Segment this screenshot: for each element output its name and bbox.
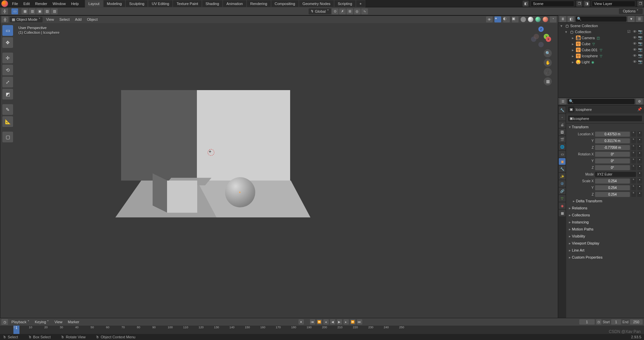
tool-move[interactable]: ✢ (2, 53, 13, 63)
render-icon[interactable]: 📷 (638, 42, 643, 46)
eye-icon[interactable]: 👁 (632, 54, 637, 58)
render-icon[interactable]: 📷 (638, 36, 643, 40)
nav-zoom-icon[interactable]: 🔍 (544, 49, 552, 57)
pivot-icon[interactable]: ⊙ (332, 8, 338, 14)
outliner-collection[interactable]: ▾▢Collection ☑👁📷 (558, 29, 644, 35)
nav-perspective-icon[interactable]: ▦ (544, 77, 552, 85)
scene-browse-icon[interactable]: ◧ (523, 1, 529, 7)
render-menu[interactable]: Render (33, 0, 50, 7)
snap-inc-icon[interactable]: ▨ (51, 8, 58, 14)
eye-icon[interactable]: 👁 (632, 29, 637, 34)
orientation-dropdown[interactable]: ↯ Global ˅ (309, 8, 331, 14)
workspace-tab-rendering[interactable]: Rendering (247, 0, 271, 7)
workspace-tab-texture-paint[interactable]: Texture Paint (173, 0, 202, 7)
timeline-ruler[interactable]: 1 01020304050607080901001101201301401501… (0, 326, 644, 334)
help-menu[interactable]: Help (68, 0, 82, 7)
section-relations[interactable]: Relations (566, 205, 644, 212)
snap-vertex-icon[interactable]: ▦ (21, 8, 28, 14)
outliner-search-input[interactable]: 🔍 (576, 16, 627, 22)
playback-menu[interactable]: Playback ˅ (9, 319, 32, 325)
edit-menu[interactable]: Edit (21, 0, 33, 7)
start-frame-field[interactable]: 1 (611, 319, 621, 325)
workspace-tab-modeling[interactable]: Modeling (103, 0, 126, 7)
snap-toggle-icon[interactable]: ✗ (339, 8, 346, 14)
tool-cursor[interactable]: ✥ (2, 37, 13, 48)
ptab-modifier[interactable]: 🔧 (559, 165, 566, 172)
viewlayer-browse-icon[interactable]: ◨ (584, 1, 590, 7)
scene-name-field[interactable]: Scene (531, 1, 574, 7)
section-delta-transform[interactable]: Delta Transform (566, 198, 644, 205)
nav-camera-icon[interactable]: 🎥 (544, 68, 552, 76)
rotation-z-field[interactable]: 0° (595, 165, 630, 170)
keyframe-prev-icon[interactable]: ⏪ (317, 319, 322, 325)
file-menu[interactable]: File (9, 0, 21, 7)
outliner-panel[interactable]: ▾▢Scene Collection ▾▢Collection ☑👁📷 ▸🎥Ca… (558, 23, 644, 98)
outliner-filter-icon[interactable]: ▼ (628, 16, 635, 22)
jump-end-icon[interactable]: ⏭ (357, 319, 362, 325)
outliner-item-cube-001[interactable]: ▸▽Cube.001▽👁📷 (558, 47, 644, 53)
outliner-editor-icon[interactable]: ≣ (559, 16, 566, 22)
workspace-tab-geometry-nodes[interactable]: Geometry Nodes (299, 0, 334, 7)
window-menu[interactable]: Window (50, 0, 68, 7)
interaction-mode-dropdown[interactable]: ▦ Object Mode ˅ (10, 17, 43, 22)
rotation-y-field[interactable]: 0° (595, 158, 630, 163)
scale-y-field[interactable]: 0.254 (595, 185, 630, 190)
xray-toggle-icon[interactable]: ▣ (512, 16, 519, 22)
tool-transform[interactable]: ◩ (2, 89, 13, 99)
scale-x-field[interactable]: 0.254 (595, 179, 630, 184)
ptab-render[interactable]: ▫ (559, 114, 566, 121)
rotation-mode-dropdown[interactable]: XYZ Euler (595, 172, 636, 177)
ptab-world[interactable]: 🌐 (559, 143, 566, 150)
properties-editor-icon[interactable]: ☰ (559, 98, 566, 105)
render-icon[interactable]: 📷 (638, 60, 643, 64)
overlay-toggle-icon[interactable]: ◐ (503, 16, 510, 22)
section-collections[interactable]: Collections (566, 212, 644, 219)
editor-type-icon[interactable]: ╬ (2, 16, 8, 22)
section-viewport-display[interactable]: Viewport Display (566, 240, 644, 247)
ptab-material[interactable]: ◉ (559, 202, 566, 209)
ptab-texture[interactable]: ▦ (559, 210, 566, 216)
eye-icon[interactable]: 👁 (632, 60, 637, 64)
current-frame-field[interactable]: 1 (579, 319, 595, 325)
tool-rotate[interactable]: ⟲ (2, 65, 13, 75)
ptab-scene[interactable]: 🎬 (559, 136, 566, 143)
workspace-tab-uv-editing[interactable]: UV Editing (148, 0, 173, 7)
location-x-field[interactable]: 0.43753 m (595, 132, 630, 137)
render-icon[interactable]: 📷 (638, 29, 643, 34)
options-dropdown[interactable]: Options ˅ (619, 8, 643, 14)
workspace-tab-scripting[interactable]: Scripting (334, 0, 356, 7)
ptab-constraints[interactable]: 🔗 (559, 188, 566, 194)
tool-annotate[interactable]: ✎ (2, 104, 13, 115)
snap-edge-icon[interactable]: ▥ (29, 8, 36, 14)
section-instancing[interactable]: Instancing (566, 219, 644, 226)
shading-rendered-icon[interactable] (543, 17, 548, 22)
outliner-item-cube[interactable]: ▸▽Cube▽👁📷 (558, 41, 644, 47)
nav-pan-icon[interactable]: ✋ (544, 59, 552, 67)
workspace-tab-sculpting[interactable]: Sculpting (125, 0, 148, 7)
editor-splitter-icon[interactable]: ╬ (1, 8, 8, 14)
view-menu[interactable]: View (44, 17, 56, 22)
tool-select-box[interactable]: ▭ (2, 25, 13, 36)
ptab-output[interactable]: 🖨 (559, 121, 566, 128)
ptab-viewlayer[interactable]: 🖼 (559, 129, 566, 135)
shading-options-icon[interactable]: ˅ (550, 16, 556, 22)
select-tool-icon[interactable]: ▭ (11, 8, 18, 14)
exclude-icon[interactable]: ☑ (627, 29, 631, 34)
scale-z-field[interactable]: 0.254 (595, 192, 630, 197)
add-workspace-button[interactable]: + (356, 0, 365, 7)
marker-menu[interactable]: Marker (66, 319, 81, 325)
eye-icon[interactable]: 👁 (632, 42, 637, 46)
outliner-scene-collection[interactable]: ▾▢Scene Collection (558, 23, 644, 29)
add-menu[interactable]: Add (73, 17, 84, 22)
autokey-icon[interactable]: ● (299, 319, 304, 325)
select-menu[interactable]: Select (57, 17, 72, 22)
pin-icon[interactable]: 📌 (637, 107, 642, 112)
preview-range-icon[interactable]: ◷ (596, 319, 601, 325)
ptab-collection[interactable]: ▭ (559, 151, 566, 157)
eye-icon[interactable]: 👁 (632, 36, 637, 40)
snap-grid-icon[interactable]: ▧ (44, 8, 50, 14)
viewlayer-name-field[interactable]: View Layer (592, 1, 635, 7)
render-icon[interactable]: 📷 (638, 48, 643, 52)
jump-start-icon[interactable]: ⏮ (310, 319, 315, 325)
transform-section-header[interactable]: Transform (566, 124, 644, 131)
